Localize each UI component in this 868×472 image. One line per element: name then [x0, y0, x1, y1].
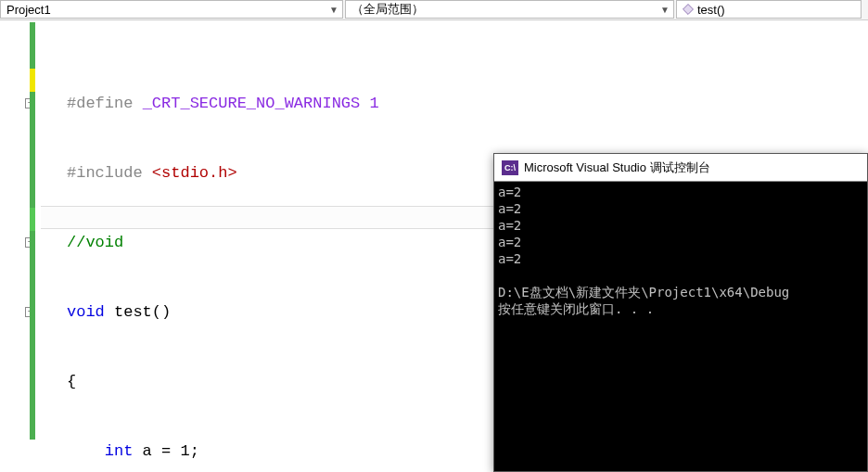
console-output: a=2 a=2 a=2 a=2 a=2 D:\E盘文档\新建文件夹\Projec… — [494, 182, 867, 319]
scope-selector[interactable]: （全局范围） ▼ — [345, 0, 674, 19]
function-selector-label: test() — [697, 3, 857, 17]
vs-console-icon: C:\ — [502, 160, 518, 175]
scope-selector-label: （全局范围） — [351, 1, 660, 18]
debug-console-window[interactable]: C:\ Microsoft Visual Studio 调试控制台 a=2 a=… — [493, 153, 868, 472]
context-nav-bar: Project1 ▼ （全局范围） ▼ test() — [0, 0, 868, 20]
project-selector-label: Project1 — [6, 3, 329, 17]
chevron-down-icon: ▼ — [660, 5, 670, 15]
console-title-text: Microsoft Visual Studio 调试控制台 — [524, 159, 710, 176]
chevron-down-icon: ▼ — [329, 5, 338, 15]
code-line: #define _CRT_SECURE_NO_WARNINGS 1 — [41, 92, 868, 115]
function-icon — [683, 4, 694, 15]
editor-margin: − − − — [0, 20, 41, 472]
project-selector[interactable]: Project1 ▼ — [0, 0, 343, 19]
function-selector[interactable]: test() — [676, 0, 862, 19]
console-title-bar[interactable]: C:\ Microsoft Visual Studio 调试控制台 — [494, 154, 867, 182]
